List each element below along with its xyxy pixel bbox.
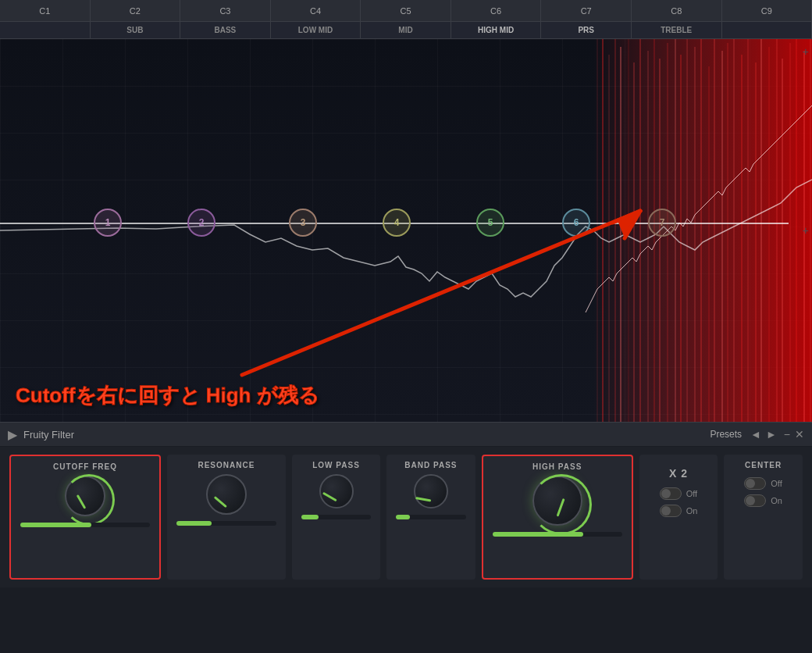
center-on-option[interactable]: On bbox=[744, 494, 782, 507]
center-off-dot bbox=[746, 479, 755, 488]
freq-band-sub: SUB bbox=[91, 22, 181, 38]
bandpass-control-group: BAND PASS bbox=[386, 455, 475, 580]
freq-bands: SUB BASS LOW MID MID HIGH MID PRS TREBLE bbox=[0, 22, 812, 39]
freq-band-highmid: HIGH MID bbox=[451, 22, 542, 38]
controls-area: CUTOFF FREQ RESONANCE LOW PASS BAND bbox=[0, 447, 812, 587]
x2-on-dot bbox=[661, 506, 671, 516]
plugin-collapse-icon[interactable]: ▶ bbox=[8, 427, 17, 442]
freq-band-empty2 bbox=[722, 22, 813, 38]
piano-key-c8: C8 bbox=[632, 0, 722, 21]
plus-top-button[interactable]: + bbox=[803, 45, 809, 58]
bandpass-knob[interactable] bbox=[414, 474, 448, 508]
band-knob-6[interactable]: 6 bbox=[562, 209, 590, 237]
lowpass-slider[interactable] bbox=[301, 515, 371, 519]
piano-key-c1: C1 bbox=[0, 0, 91, 21]
piano-key-c6: C6 bbox=[451, 0, 542, 21]
band-knob-5[interactable]: 5 bbox=[476, 209, 504, 237]
piano-key-c7: C7 bbox=[541, 0, 632, 21]
freq-band-empty1 bbox=[0, 22, 91, 38]
lowpass-label: LOW PASS bbox=[312, 461, 360, 469]
plus-mid-button[interactable]: + bbox=[803, 224, 809, 237]
lowpass-knob[interactable] bbox=[319, 474, 354, 508]
highpass-label: HIGH PASS bbox=[532, 462, 582, 471]
lowpass-slider-fill bbox=[301, 515, 319, 519]
plugin-minimize-btn[interactable]: − bbox=[784, 428, 790, 441]
highpass-knob[interactable] bbox=[532, 476, 582, 526]
band-knob-1[interactable]: 1 bbox=[94, 209, 122, 237]
piano-key-c4: C4 bbox=[271, 0, 361, 21]
lowpass-control-group: LOW PASS bbox=[292, 455, 380, 580]
center-label: CENTER bbox=[745, 461, 782, 469]
x2-off-option[interactable]: Off bbox=[660, 487, 698, 500]
freq-band-prs: PRS bbox=[541, 22, 632, 38]
center-on-circle[interactable] bbox=[744, 494, 766, 507]
bandpass-slider[interactable] bbox=[396, 515, 465, 519]
resonance-knob[interactable] bbox=[206, 474, 247, 515]
highpass-control-group: HIGH PASS bbox=[482, 455, 633, 580]
resonance-slider[interactable] bbox=[176, 521, 276, 526]
x2-off-label: Off bbox=[686, 489, 697, 498]
band-knob-3[interactable]: 3 bbox=[289, 209, 317, 237]
x2-off-dot bbox=[661, 489, 671, 498]
band-knob-7[interactable]: 7 bbox=[648, 209, 676, 237]
band-knob-4[interactable]: 4 bbox=[383, 209, 411, 237]
cutoff-control-group: CUTOFF FREQ bbox=[9, 455, 161, 580]
cutoff-knob[interactable] bbox=[65, 476, 105, 516]
cutoff-slider[interactable] bbox=[20, 523, 150, 527]
x2-on-circle[interactable] bbox=[660, 505, 682, 517]
piano-key-c2: C2 bbox=[91, 0, 181, 21]
freq-band-mid: MID bbox=[361, 22, 451, 38]
eq-display: 1 2 3 4 5 6 7 + + Cutoffを右に回すと High が残る bbox=[0, 39, 812, 422]
resonance-label: RESONANCE bbox=[198, 461, 255, 469]
piano-header: C1 C2 C3 C4 C5 C6 C7 C8 C9 bbox=[0, 0, 812, 22]
x2-label: X 2 bbox=[669, 467, 688, 480]
highpass-slider-fill bbox=[493, 532, 583, 537]
freq-band-treble: TREBLE bbox=[632, 22, 722, 38]
center-off-option[interactable]: Off bbox=[744, 477, 782, 490]
center-control-group: CENTER Off On bbox=[724, 455, 803, 580]
plugin-presets-label: Presets bbox=[710, 429, 742, 440]
center-off-label: Off bbox=[771, 479, 782, 488]
center-toggle-group: Off On bbox=[744, 477, 782, 507]
annotation-text: Cutoffを右に回すと High が残る bbox=[16, 382, 319, 409]
x2-toggle-group: Off On bbox=[660, 487, 698, 517]
x2-on-option[interactable]: On bbox=[660, 505, 698, 517]
piano-key-c5: C5 bbox=[361, 0, 451, 21]
cutoff-slider-fill bbox=[20, 523, 91, 527]
x2-control-group: X 2 Off On bbox=[639, 455, 718, 580]
plugin-close-btn[interactable]: ✕ bbox=[795, 428, 804, 441]
center-off-circle[interactable] bbox=[744, 477, 766, 490]
freq-band-bass: BASS bbox=[180, 22, 271, 38]
x2-on-label: On bbox=[686, 506, 698, 516]
band-knob-2[interactable]: 2 bbox=[187, 209, 215, 237]
resonance-control-group: RESONANCE bbox=[167, 455, 286, 580]
bandpass-label: BAND PASS bbox=[404, 461, 457, 469]
plugin-header: ▶ Fruity Filter Presets ◄ ► − ✕ bbox=[0, 422, 812, 447]
plugin-nav-prev[interactable]: ◄ bbox=[750, 428, 761, 441]
x2-off-circle[interactable] bbox=[660, 487, 682, 500]
bandpass-slider-fill bbox=[396, 515, 410, 519]
center-on-label: On bbox=[771, 496, 782, 505]
freq-band-lowmid: LOW MID bbox=[271, 22, 361, 38]
piano-key-c9: C9 bbox=[722, 0, 813, 21]
piano-key-c3: C3 bbox=[180, 0, 271, 21]
plugin-name: Fruity Filter bbox=[23, 429, 710, 441]
center-on-dot bbox=[746, 496, 755, 505]
resonance-slider-fill bbox=[176, 521, 212, 526]
cutoff-label: CUTOFF FREQ bbox=[53, 462, 117, 471]
highpass-slider[interactable] bbox=[493, 532, 622, 537]
plugin-nav-next[interactable]: ► bbox=[766, 428, 777, 441]
